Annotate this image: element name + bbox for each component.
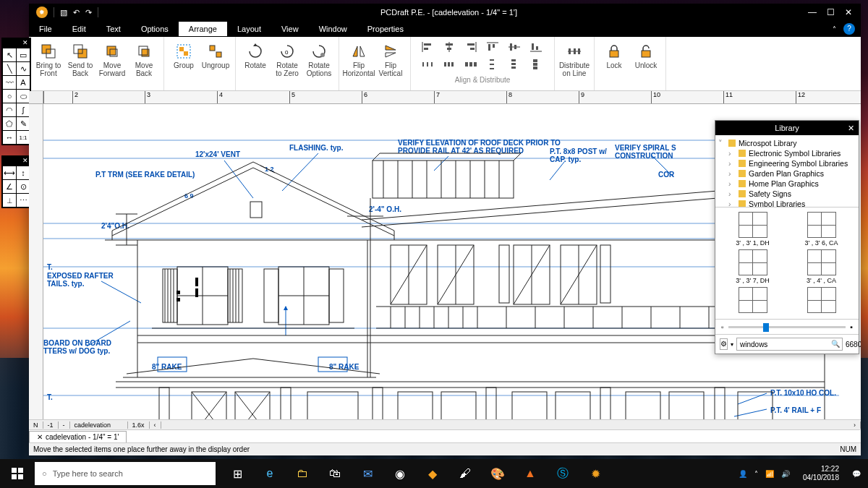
- flip-horizontal-button[interactable]: Flip Horizontal: [344, 41, 374, 79]
- horizontal-ruler[interactable]: 23456789101112131415: [43, 91, 861, 104]
- scale-tool[interactable]: 1:1: [17, 131, 30, 144]
- move-back-button[interactable]: Move Back: [129, 41, 159, 79]
- library-tree[interactable]: ˅Microspot Library ›Electronic Symbol Li…: [715, 135, 859, 207]
- dist-h1-icon[interactable]: [421, 59, 434, 70]
- radius-tool[interactable]: ⊙: [17, 180, 30, 193]
- pcdraft-icon[interactable]: ✹: [579, 459, 611, 488]
- menu-arrange[interactable]: Arrange: [179, 22, 227, 36]
- line-tool[interactable]: ╲: [3, 62, 16, 75]
- lock-button[interactable]: Lock: [599, 41, 629, 71]
- people-icon[interactable]: 👤: [739, 470, 747, 478]
- align-middle-icon[interactable]: [508, 41, 521, 53]
- angle-tool[interactable]: ∠: [3, 180, 16, 193]
- polygon-tool[interactable]: ⬠: [3, 117, 16, 130]
- library-item[interactable]: 3' , 4' , CA: [788, 249, 854, 284]
- minimize-button[interactable]: —: [808, 7, 817, 17]
- menu-layout[interactable]: Layout: [227, 22, 271, 36]
- skype-icon[interactable]: Ⓢ: [547, 459, 579, 488]
- app-icon-3[interactable]: 🎨: [482, 459, 514, 488]
- rect-tool[interactable]: ▭: [17, 48, 30, 61]
- library-item[interactable]: 3' , 3' 1, DH: [720, 212, 786, 247]
- select-tool[interactable]: ↖: [3, 48, 16, 61]
- action-center-icon[interactable]: 💬: [852, 470, 861, 478]
- curve-tool[interactable]: ∫: [17, 103, 30, 116]
- group-button[interactable]: Group: [169, 41, 199, 71]
- align-top-icon[interactable]: [486, 41, 499, 53]
- align-bottom-icon[interactable]: [529, 41, 542, 53]
- edge-icon[interactable]: e: [254, 459, 286, 488]
- doc-tab[interactable]: ✕cadelevation - 1/4" = 1': [29, 431, 127, 442]
- library-settings-icon[interactable]: ⚙: [720, 338, 728, 350]
- rotate-zero-button[interactable]: 0Rotate to Zero: [272, 41, 302, 79]
- palette-close-icon[interactable]: ✕: [3, 157, 30, 166]
- library-close-icon[interactable]: ✕: [848, 124, 854, 133]
- start-button[interactable]: [0, 459, 35, 488]
- arc-tool[interactable]: ◠: [3, 103, 16, 116]
- library-item[interactable]: 3' , 3' 6, CA: [788, 212, 854, 247]
- polyline-tool[interactable]: ∿: [17, 62, 30, 75]
- vertical-ruler[interactable]: [29, 104, 43, 419]
- menu-options[interactable]: Options: [131, 22, 179, 36]
- library-search-input[interactable]: [736, 338, 843, 351]
- scroll-right-icon[interactable]: ›: [849, 421, 861, 429]
- send-to-back-button[interactable]: Send to Back: [65, 41, 95, 79]
- menu-edit[interactable]: Edit: [62, 22, 96, 36]
- ellipse-tool[interactable]: ⬭: [17, 90, 30, 103]
- menu-properties[interactable]: Properties: [357, 22, 414, 36]
- ungroup-button[interactable]: Ungroup: [200, 41, 231, 71]
- freehand-tool[interactable]: 〰: [3, 76, 16, 89]
- volume-icon[interactable]: 🔊: [781, 470, 790, 478]
- align-center-h-icon[interactable]: [443, 41, 456, 53]
- dimension-tool[interactable]: ↔: [3, 131, 16, 144]
- dist-h2-icon[interactable]: [443, 59, 456, 70]
- maximize-button[interactable]: ☐: [827, 7, 835, 17]
- unlock-button[interactable]: Unlock: [631, 41, 661, 71]
- distribute-on-line-button[interactable]: Distribute on Line: [559, 41, 590, 79]
- library-item[interactable]: [720, 287, 786, 314]
- tools-palette[interactable]: ✕ ↖▭ ╲∿ 〰A ○⬭ ◠∫ ⬠✎ ↔1:1: [1, 38, 31, 145]
- perp-tool[interactable]: ⟂: [3, 194, 16, 207]
- zoom-in-icon[interactable]: ▪: [850, 322, 853, 331]
- search-icon[interactable]: 🔍: [831, 340, 840, 348]
- menu-view[interactable]: View: [271, 22, 309, 36]
- app-icon-2[interactable]: 🖌: [449, 459, 481, 488]
- mail-icon[interactable]: ✉: [352, 459, 383, 488]
- tab-close-icon[interactable]: ✕: [37, 433, 43, 441]
- palette-close-icon[interactable]: ✕: [3, 39, 30, 48]
- rotate-button[interactable]: Rotate: [240, 41, 271, 71]
- zoom-level[interactable]: 1.6x: [128, 421, 150, 429]
- rotate-options-button[interactable]: Rotate Options: [304, 41, 334, 79]
- task-view-icon[interactable]: ⊞: [221, 459, 253, 488]
- app-icon-1[interactable]: ◆: [417, 459, 448, 488]
- dist-v1-icon[interactable]: [486, 59, 499, 70]
- align-right-icon[interactable]: [464, 41, 477, 53]
- circle-tool[interactable]: ○: [3, 90, 16, 103]
- dist-v3-icon[interactable]: [529, 59, 542, 70]
- hdim-tool[interactable]: ⟷: [3, 166, 16, 179]
- menu-file[interactable]: File: [29, 22, 62, 36]
- sheet-nav[interactable]: N -1 - cadelevation 1.6x ‹ ›: [29, 419, 861, 429]
- vdim-tool[interactable]: ↕: [17, 166, 30, 179]
- text-tool[interactable]: A: [17, 76, 30, 89]
- library-item[interactable]: 3' , 3' 7, DH: [720, 249, 786, 284]
- ribbon-collapse-icon[interactable]: ˄: [833, 25, 836, 33]
- library-item[interactable]: [788, 287, 854, 314]
- network-icon[interactable]: 📶: [765, 470, 774, 478]
- library-panel[interactable]: Library✕ ˅Microspot Library ›Electronic …: [715, 120, 859, 354]
- zoom-out-icon[interactable]: ▫: [721, 322, 724, 331]
- chrome-icon[interactable]: ◉: [384, 459, 416, 488]
- help-icon[interactable]: ?: [843, 23, 855, 35]
- dist-v2-icon[interactable]: [508, 59, 521, 70]
- sheet-tab[interactable]: cadelevation: [70, 421, 128, 429]
- qat-save-icon[interactable]: ▧: [60, 8, 67, 17]
- marker-tool[interactable]: ✎: [17, 117, 30, 130]
- windows-taskbar[interactable]: ○ Type here to search ⊞ e 🗀 🛍 ✉ ◉ ◆ 🖌 🎨 …: [0, 459, 868, 488]
- menu-window[interactable]: Window: [309, 22, 357, 36]
- library-thumbnails[interactable]: 3' , 3' 1, DH 3' , 3' 6, CA 3' , 3' 7, D…: [715, 207, 859, 319]
- store-icon[interactable]: 🛍: [319, 459, 351, 488]
- explorer-icon[interactable]: 🗀: [286, 459, 318, 488]
- drawing-canvas[interactable]: 12'x24' VENT FLASHING. typ. VERIFY ELEVA…: [43, 104, 861, 419]
- close-button[interactable]: ✕: [845, 7, 852, 17]
- chain-tool[interactable]: ⋯: [17, 194, 30, 207]
- app-icon-4[interactable]: ▲: [514, 459, 546, 488]
